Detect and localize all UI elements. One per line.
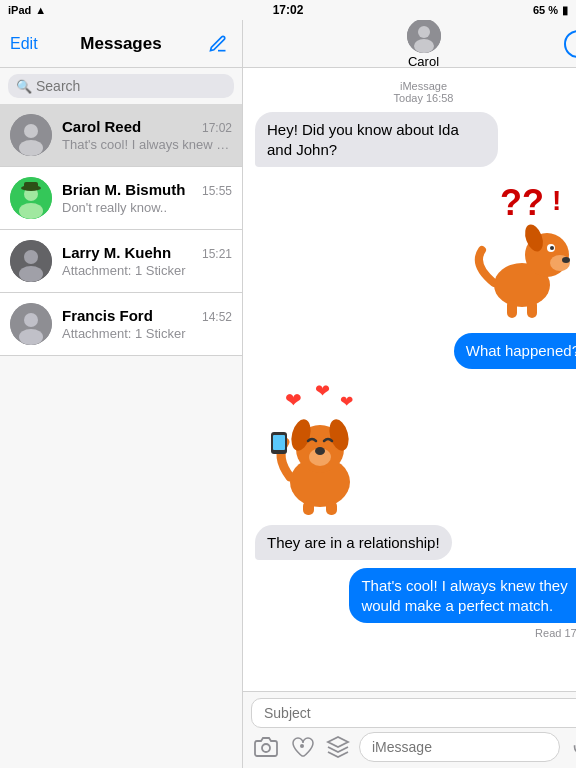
left-header: Edit Messages — [0, 20, 242, 68]
svg-point-36 — [315, 447, 325, 455]
francis-preview: Attachment: 1 Sticker — [62, 326, 232, 341]
francis-info: Francis Ford 14:52 Attachment: 1 Sticker — [62, 307, 232, 341]
search-icon: 🔍 — [16, 79, 32, 94]
appstore-button[interactable] — [323, 732, 353, 762]
carol-preview: That's cool! I always knew they would ma… — [62, 137, 232, 152]
message-row-1: Hey! Did you know about Ida and John? — [255, 112, 576, 167]
digital-touch-button[interactable] — [287, 732, 317, 762]
svg-point-10 — [19, 266, 43, 282]
svg-point-13 — [19, 329, 43, 345]
avatar-carol — [10, 114, 52, 156]
message-row-3: What happened? — [255, 333, 576, 369]
svg-point-15 — [418, 26, 430, 38]
conversation-item-brian[interactable]: Brian M. Bismuth 15:55 Don't really know… — [0, 167, 242, 230]
larry-name-row: Larry M. Kuehn 15:21 — [62, 244, 232, 261]
francis-time: 14:52 — [202, 310, 232, 324]
right-panel: Carol i iMessage Today 16:58 Hey! Did yo… — [243, 20, 576, 768]
svg-rect-26 — [527, 300, 537, 318]
status-bar-right: 65 % ▮ — [533, 4, 568, 17]
avatar-larry — [10, 240, 52, 282]
conversation-list: Carol Reed 17:02 That's cool! I always k… — [0, 104, 242, 768]
francis-name-row: Francis Ford 14:52 — [62, 307, 232, 324]
avatar-brian — [10, 177, 52, 219]
status-bar-time: 17:02 — [273, 3, 304, 17]
svg-point-2 — [19, 140, 43, 156]
svg-point-41 — [262, 744, 270, 752]
svg-point-24 — [550, 246, 554, 250]
bubble-1: Hey! Did you know about Ida and John? — [255, 112, 498, 167]
subject-row — [251, 698, 576, 728]
wifi-icon: ▲ — [35, 4, 46, 16]
svg-rect-38 — [273, 435, 285, 450]
svg-point-1 — [24, 124, 38, 138]
info-button[interactable]: i — [564, 30, 576, 58]
compose-icon — [208, 34, 228, 54]
main-content: Edit Messages 🔍 — [0, 20, 576, 768]
date-subheader: Today 16:58 — [255, 92, 576, 104]
brian-name: Brian M. Bismuth — [62, 181, 185, 198]
message-input[interactable] — [359, 732, 560, 762]
avatar-francis — [10, 303, 52, 345]
input-area — [243, 691, 576, 768]
larry-name: Larry M. Kuehn — [62, 244, 171, 261]
carol-time: 17:02 — [202, 121, 232, 135]
search-input-wrapper: 🔍 — [8, 74, 234, 98]
svg-rect-7 — [24, 182, 38, 190]
message-input-row — [251, 732, 576, 762]
svg-text:❤: ❤ — [315, 381, 330, 401]
svg-rect-40 — [326, 501, 337, 515]
battery-label: 65 % — [533, 4, 558, 16]
sticker-question-dog: ?? — [452, 175, 576, 325]
subject-input[interactable] — [251, 698, 576, 728]
conversation-item-francis[interactable]: Francis Ford 14:52 Attachment: 1 Sticker — [0, 293, 242, 356]
larry-preview: Attachment: 1 Sticker — [62, 263, 232, 278]
left-panel: Edit Messages 🔍 — [0, 20, 243, 768]
edit-button[interactable]: Edit — [10, 35, 38, 53]
svg-text:??: ?? — [500, 182, 544, 223]
svg-point-12 — [24, 313, 38, 327]
status-bar: iPad ▲ 17:02 65 % ▮ — [0, 0, 576, 20]
carol-name-row: Carol Reed 17:02 — [62, 118, 232, 135]
brian-info: Brian M. Bismuth 15:55 Don't really know… — [62, 181, 232, 215]
right-header: Carol i — [243, 20, 576, 68]
sticker-area-love: ❤ ❤ ❤ — [255, 377, 576, 517]
sticker-love-dog: ❤ ❤ ❤ — [255, 377, 385, 517]
svg-point-9 — [24, 250, 38, 264]
svg-point-42 — [300, 744, 304, 748]
compose-button[interactable] — [204, 30, 232, 58]
contact-header-center: Carol — [407, 20, 441, 69]
mic-button[interactable] — [566, 732, 576, 762]
search-input[interactable] — [36, 78, 226, 94]
imessage-label: iMessage — [255, 80, 576, 92]
svg-rect-25 — [507, 300, 517, 318]
svg-text:❤: ❤ — [340, 393, 353, 410]
carol-info: Carol Reed 17:02 That's cool! I always k… — [62, 118, 232, 152]
svg-rect-39 — [303, 501, 314, 515]
battery-icon: ▮ — [562, 4, 568, 17]
brian-name-row: Brian M. Bismuth 15:55 — [62, 181, 232, 198]
svg-text:❤: ❤ — [285, 389, 302, 411]
larry-time: 15:21 — [202, 247, 232, 261]
svg-point-16 — [414, 39, 434, 53]
date-header: iMessage Today 16:58 — [255, 80, 576, 104]
status-bar-left: iPad ▲ — [8, 4, 46, 16]
messages-title: Messages — [61, 34, 181, 54]
bubble-3: What happened? — [454, 333, 576, 369]
bubble-6: That's cool! I always knew they would ma… — [349, 568, 576, 623]
search-bar: 🔍 — [0, 68, 242, 104]
svg-point-22 — [562, 257, 570, 263]
brian-preview: Don't really know.. — [62, 200, 232, 215]
contact-name-header: Carol — [408, 54, 439, 69]
conversation-item-carol[interactable]: Carol Reed 17:02 That's cool! I always k… — [0, 104, 242, 167]
message-row-6: That's cool! I always knew they would ma… — [255, 568, 576, 623]
carol-name: Carol Reed — [62, 118, 141, 135]
svg-point-5 — [19, 203, 43, 219]
contact-avatar-carol — [407, 20, 441, 53]
read-receipt: Read 17:02 — [255, 627, 576, 639]
brian-time: 15:55 — [202, 184, 232, 198]
sticker-area-question: ?? — [255, 175, 576, 325]
francis-name: Francis Ford — [62, 307, 153, 324]
conversation-item-larry[interactable]: Larry M. Kuehn 15:21 Attachment: 1 Stick… — [0, 230, 242, 293]
bubble-5: They are in a relationship! — [255, 525, 452, 561]
camera-button[interactable] — [251, 732, 281, 762]
